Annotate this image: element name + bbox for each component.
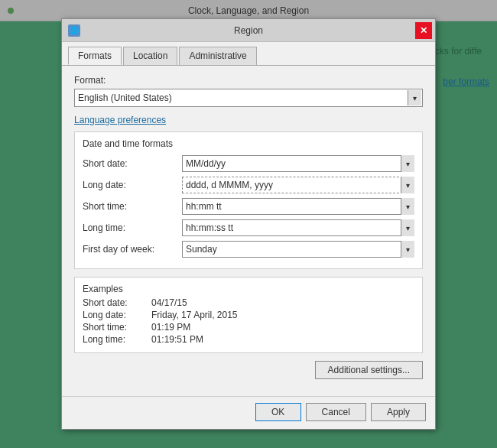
long-date-label: Long date:: [83, 180, 182, 190]
format-label: Format:: [74, 75, 423, 86]
first-day-row: First day of week: Sunday Monday Saturda…: [83, 241, 414, 258]
dialog-icon: [68, 24, 80, 37]
example-short-time-value: 01:19 PM: [151, 322, 190, 333]
long-time-row: Long time: hh:mm:ss tt HH:mm:ss h:mm:ss …: [83, 219, 414, 236]
example-long-time-value: 01:19:51 PM: [151, 334, 203, 345]
long-date-select[interactable]: dddd, d MMMM, yyyy d MMMM yyyy MMMM d, y…: [182, 177, 414, 193]
short-date-label: Short date:: [83, 158, 182, 169]
dialog-titlebar: Region ✕: [62, 19, 435, 42]
example-short-date-value: 04/17/15: [151, 297, 187, 308]
short-time-label: Short time:: [83, 201, 182, 212]
long-time-label: Long time:: [83, 222, 182, 233]
long-time-select-wrapper: hh:mm:ss tt HH:mm:ss h:mm:ss tt ▾: [182, 219, 414, 236]
datetime-section-title: Date and time formats: [83, 138, 414, 149]
short-time-row: Short time: hh:mm tt HH:mm h:mm tt ▾: [83, 198, 414, 215]
example-long-date-value: Friday, 17 April, 2015: [151, 310, 238, 320]
examples-section: Examples Short date: 04/17/15 Long date:…: [74, 277, 423, 353]
apply-button[interactable]: Apply: [371, 403, 426, 421]
format-select-wrapper: English (United States) English (United …: [74, 89, 423, 107]
first-day-label: First day of week:: [83, 244, 182, 255]
example-long-time: Long time: 01:19:51 PM: [83, 334, 414, 345]
modal-overlay: Region ✕ Formats Location Administrative…: [0, 0, 497, 448]
datetime-section: Date and time formats Short date: MM/dd/…: [74, 131, 423, 269]
cancel-button[interactable]: Cancel: [306, 403, 366, 421]
format-select[interactable]: English (United States) English (United …: [74, 89, 423, 107]
example-short-time-label: Short time:: [83, 322, 151, 333]
short-date-select-wrapper: MM/dd/yy M/d/yy MM/dd/yyyy ▾: [182, 155, 414, 172]
dialog-buttons: OK Cancel Apply: [62, 396, 435, 429]
example-long-time-label: Long time:: [83, 334, 151, 345]
close-button[interactable]: ✕: [415, 22, 432, 39]
long-date-row: Long date: dddd, d MMMM, yyyy d MMMM yyy…: [83, 177, 414, 193]
short-time-select[interactable]: hh:mm tt HH:mm h:mm tt: [182, 198, 414, 215]
short-date-row: Short date: MM/dd/yy M/d/yy MM/dd/yyyy ▾: [83, 155, 414, 172]
short-time-select-wrapper: hh:mm tt HH:mm h:mm tt ▾: [182, 198, 414, 215]
long-date-select-wrapper: dddd, d MMMM, yyyy d MMMM yyyy MMMM d, y…: [182, 177, 414, 193]
examples-title: Examples: [83, 284, 414, 294]
long-time-select[interactable]: hh:mm:ss tt HH:mm:ss h:mm:ss tt: [182, 219, 414, 236]
dialog-content: Format: English (United States) English …: [62, 66, 435, 396]
example-long-date: Long date: Friday, 17 April, 2015: [83, 310, 414, 320]
example-short-time: Short time: 01:19 PM: [83, 322, 414, 333]
first-day-select-wrapper: Sunday Monday Saturday ▾: [182, 241, 414, 258]
ok-button[interactable]: OK: [255, 403, 301, 421]
additional-settings-row: Additional settings...: [74, 361, 423, 379]
tab-administrative[interactable]: Administrative: [179, 47, 256, 65]
tab-bar: Formats Location Administrative: [62, 42, 435, 66]
tab-location[interactable]: Location: [123, 47, 177, 65]
language-preferences-link[interactable]: Language preferences: [74, 115, 166, 125]
region-dialog: Region ✕ Formats Location Administrative…: [61, 18, 436, 430]
first-day-select[interactable]: Sunday Monday Saturday: [182, 241, 414, 258]
dialog-title: Region: [234, 25, 263, 36]
short-date-select[interactable]: MM/dd/yy M/d/yy MM/dd/yyyy: [182, 155, 414, 172]
tab-formats[interactable]: Formats: [68, 47, 122, 65]
example-short-date-label: Short date:: [83, 297, 151, 308]
example-short-date: Short date: 04/17/15: [83, 297, 414, 308]
additional-settings-button[interactable]: Additional settings...: [315, 361, 423, 379]
format-section: Format: English (United States) English …: [74, 75, 423, 107]
example-long-date-label: Long date:: [83, 310, 151, 320]
